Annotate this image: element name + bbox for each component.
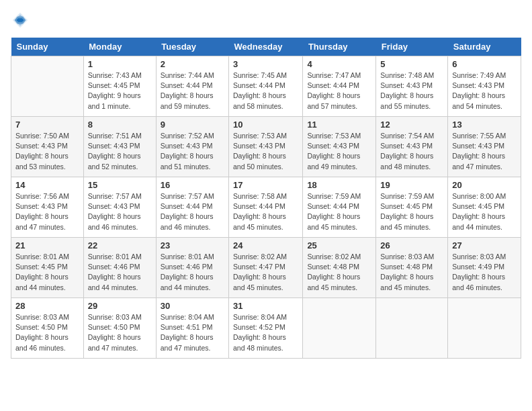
day-number: 4 xyxy=(307,59,371,69)
day-number: 7 xyxy=(15,120,79,130)
day-info: Sunrise: 7:53 AM Sunset: 4:43 PM Dayligh… xyxy=(307,131,371,172)
day-number: 18 xyxy=(307,180,371,190)
day-number: 22 xyxy=(88,240,152,250)
day-of-week-header: Thursday xyxy=(303,38,376,56)
calendar-week-row: 14Sunrise: 7:56 AM Sunset: 4:43 PM Dayli… xyxy=(11,177,521,238)
calendar-cell: 7Sunrise: 7:50 AM Sunset: 4:43 PM Daylig… xyxy=(11,117,84,177)
calendar-cell: 11Sunrise: 7:53 AM Sunset: 4:43 PM Dayli… xyxy=(303,117,376,177)
day-info: Sunrise: 8:03 AM Sunset: 4:49 PM Dayligh… xyxy=(452,252,517,293)
day-number: 11 xyxy=(307,120,371,130)
day-info: Sunrise: 7:52 AM Sunset: 4:43 PM Dayligh… xyxy=(161,131,224,172)
day-info: Sunrise: 7:49 AM Sunset: 4:43 PM Dayligh… xyxy=(452,71,517,111)
day-info: Sunrise: 7:53 AM Sunset: 4:43 PM Dayligh… xyxy=(233,131,298,172)
day-info: Sunrise: 7:45 AM Sunset: 4:44 PM Dayligh… xyxy=(233,71,298,111)
day-of-week-header: Monday xyxy=(83,38,156,56)
day-info: Sunrise: 7:55 AM Sunset: 4:43 PM Dayligh… xyxy=(452,131,517,172)
day-info: Sunrise: 8:04 AM Sunset: 4:52 PM Dayligh… xyxy=(233,312,298,353)
day-of-week-header: Saturday xyxy=(448,38,521,56)
calendar-cell: 16Sunrise: 7:57 AM Sunset: 4:44 PM Dayli… xyxy=(156,177,228,238)
day-number: 8 xyxy=(88,120,152,130)
calendar-cell: 10Sunrise: 7:53 AM Sunset: 4:43 PM Dayli… xyxy=(229,117,303,177)
calendar-cell: 17Sunrise: 7:58 AM Sunset: 4:44 PM Dayli… xyxy=(229,177,303,238)
day-of-week-header: Friday xyxy=(376,38,448,56)
day-of-week-header: Sunday xyxy=(11,38,84,56)
calendar-week-row: 1Sunrise: 7:43 AM Sunset: 4:45 PM Daylig… xyxy=(11,56,521,117)
day-number: 13 xyxy=(452,120,517,130)
calendar-week-row: 21Sunrise: 8:01 AM Sunset: 4:45 PM Dayli… xyxy=(11,238,521,298)
calendar-cell: 8Sunrise: 7:51 AM Sunset: 4:43 PM Daylig… xyxy=(83,117,156,177)
calendar-header: SundayMondayTuesdayWednesdayThursdayFrid… xyxy=(11,38,521,56)
calendar-cell: 27Sunrise: 8:03 AM Sunset: 4:49 PM Dayli… xyxy=(448,238,521,298)
day-number: 19 xyxy=(380,180,443,190)
calendar-cell: 5Sunrise: 7:48 AM Sunset: 4:43 PM Daylig… xyxy=(376,56,448,117)
calendar-cell: 12Sunrise: 7:54 AM Sunset: 4:43 PM Dayli… xyxy=(376,117,448,177)
day-number: 20 xyxy=(452,180,517,190)
calendar-cell: 14Sunrise: 7:56 AM Sunset: 4:43 PM Dayli… xyxy=(11,177,84,238)
day-info: Sunrise: 7:43 AM Sunset: 4:45 PM Dayligh… xyxy=(88,71,152,111)
day-number: 26 xyxy=(380,240,443,250)
calendar-week-row: 28Sunrise: 8:03 AM Sunset: 4:50 PM Dayli… xyxy=(11,298,521,359)
day-info: Sunrise: 8:01 AM Sunset: 4:46 PM Dayligh… xyxy=(161,252,224,293)
calendar-cell: 9Sunrise: 7:52 AM Sunset: 4:43 PM Daylig… xyxy=(156,117,228,177)
calendar-cell: 21Sunrise: 8:01 AM Sunset: 4:45 PM Dayli… xyxy=(11,238,84,298)
day-number: 27 xyxy=(452,240,517,250)
day-number: 16 xyxy=(161,180,224,190)
calendar-cell: 30Sunrise: 8:04 AM Sunset: 4:51 PM Dayli… xyxy=(156,298,228,359)
day-number: 17 xyxy=(233,180,298,190)
calendar-cell: 20Sunrise: 8:00 AM Sunset: 4:45 PM Dayli… xyxy=(448,177,521,238)
day-number: 29 xyxy=(88,301,152,311)
page-header xyxy=(11,11,521,30)
day-number: 30 xyxy=(161,301,224,311)
day-info: Sunrise: 8:03 AM Sunset: 4:50 PM Dayligh… xyxy=(15,312,79,353)
day-number: 25 xyxy=(307,240,371,250)
calendar-cell: 19Sunrise: 7:59 AM Sunset: 4:45 PM Dayli… xyxy=(376,177,448,238)
day-number: 5 xyxy=(380,59,443,69)
header-row: SundayMondayTuesdayWednesdayThursdayFrid… xyxy=(11,38,521,56)
calendar-cell: 13Sunrise: 7:55 AM Sunset: 4:43 PM Dayli… xyxy=(448,117,521,177)
calendar-cell: 15Sunrise: 7:57 AM Sunset: 4:43 PM Dayli… xyxy=(83,177,156,238)
calendar-body: 1Sunrise: 7:43 AM Sunset: 4:45 PM Daylig… xyxy=(11,56,521,359)
day-info: Sunrise: 7:59 AM Sunset: 4:44 PM Dayligh… xyxy=(307,191,371,232)
day-info: Sunrise: 8:03 AM Sunset: 4:50 PM Dayligh… xyxy=(88,312,152,353)
calendar-cell: 6Sunrise: 7:49 AM Sunset: 4:43 PM Daylig… xyxy=(448,56,521,117)
day-number: 10 xyxy=(233,120,298,130)
day-number: 23 xyxy=(161,240,224,250)
calendar-cell: 29Sunrise: 8:03 AM Sunset: 4:50 PM Dayli… xyxy=(83,298,156,359)
day-number: 6 xyxy=(452,59,517,69)
calendar-cell: 25Sunrise: 8:02 AM Sunset: 4:48 PM Dayli… xyxy=(303,238,376,298)
day-number: 31 xyxy=(233,301,298,311)
calendar-cell: 2Sunrise: 7:44 AM Sunset: 4:44 PM Daylig… xyxy=(156,56,228,117)
day-info: Sunrise: 8:04 AM Sunset: 4:51 PM Dayligh… xyxy=(161,312,224,353)
calendar-cell: 1Sunrise: 7:43 AM Sunset: 4:45 PM Daylig… xyxy=(83,56,156,117)
day-number: 3 xyxy=(233,59,298,69)
day-info: Sunrise: 7:44 AM Sunset: 4:44 PM Dayligh… xyxy=(161,71,224,111)
day-number: 9 xyxy=(161,120,224,130)
day-info: Sunrise: 7:57 AM Sunset: 4:44 PM Dayligh… xyxy=(161,191,224,232)
day-number: 28 xyxy=(15,301,79,311)
calendar-cell: 26Sunrise: 8:03 AM Sunset: 4:48 PM Dayli… xyxy=(376,238,448,298)
calendar-cell xyxy=(11,56,84,117)
day-of-week-header: Tuesday xyxy=(156,38,228,56)
logo xyxy=(11,11,32,30)
day-number: 2 xyxy=(161,59,224,69)
day-info: Sunrise: 8:02 AM Sunset: 4:48 PM Dayligh… xyxy=(307,252,371,293)
calendar-cell: 23Sunrise: 8:01 AM Sunset: 4:46 PM Dayli… xyxy=(156,238,228,298)
day-number: 21 xyxy=(15,240,79,250)
calendar-cell: 18Sunrise: 7:59 AM Sunset: 4:44 PM Dayli… xyxy=(303,177,376,238)
calendar-cell: 22Sunrise: 8:01 AM Sunset: 4:46 PM Dayli… xyxy=(83,238,156,298)
day-number: 1 xyxy=(88,59,152,69)
calendar-cell: 3Sunrise: 7:45 AM Sunset: 4:44 PM Daylig… xyxy=(229,56,303,117)
day-info: Sunrise: 8:00 AM Sunset: 4:45 PM Dayligh… xyxy=(452,191,517,232)
calendar-cell xyxy=(303,298,376,359)
day-info: Sunrise: 7:56 AM Sunset: 4:43 PM Dayligh… xyxy=(15,191,79,232)
day-info: Sunrise: 7:58 AM Sunset: 4:44 PM Dayligh… xyxy=(233,191,298,232)
day-info: Sunrise: 7:51 AM Sunset: 4:43 PM Dayligh… xyxy=(88,131,152,172)
calendar-week-row: 7Sunrise: 7:50 AM Sunset: 4:43 PM Daylig… xyxy=(11,117,521,177)
day-info: Sunrise: 7:54 AM Sunset: 4:43 PM Dayligh… xyxy=(380,131,443,172)
calendar-cell: 31Sunrise: 8:04 AM Sunset: 4:52 PM Dayli… xyxy=(229,298,303,359)
calendar-cell xyxy=(448,298,521,359)
calendar-cell: 28Sunrise: 8:03 AM Sunset: 4:50 PM Dayli… xyxy=(11,298,84,359)
day-number: 14 xyxy=(15,180,79,190)
day-info: Sunrise: 8:03 AM Sunset: 4:48 PM Dayligh… xyxy=(380,252,443,293)
day-info: Sunrise: 7:59 AM Sunset: 4:45 PM Dayligh… xyxy=(380,191,443,232)
